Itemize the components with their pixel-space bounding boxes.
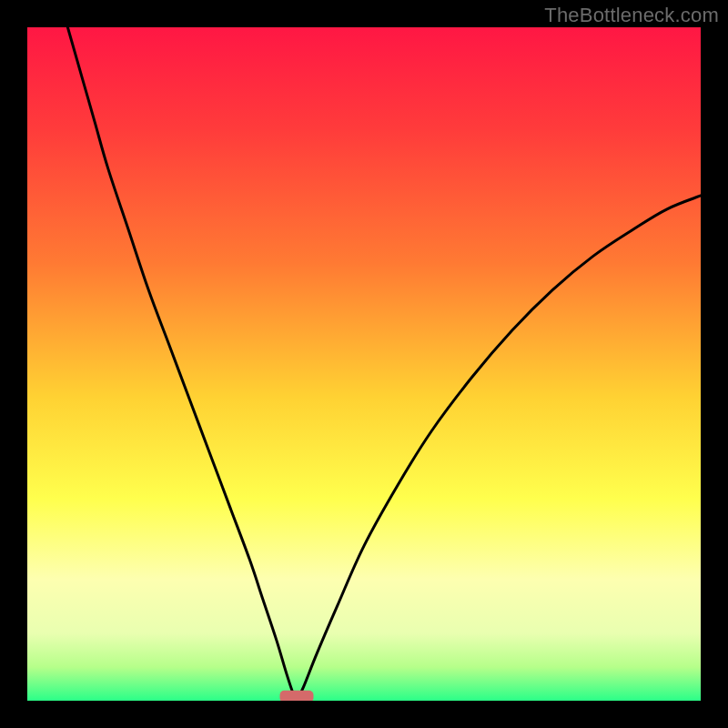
optimum-marker [280, 691, 314, 701]
gradient-background [27, 27, 701, 701]
plot-frame [27, 27, 701, 701]
bottleneck-curve-chart [27, 27, 701, 701]
watermark-text: TheBottleneck.com [544, 4, 719, 27]
chart-container: TheBottleneck.com [0, 0, 728, 728]
